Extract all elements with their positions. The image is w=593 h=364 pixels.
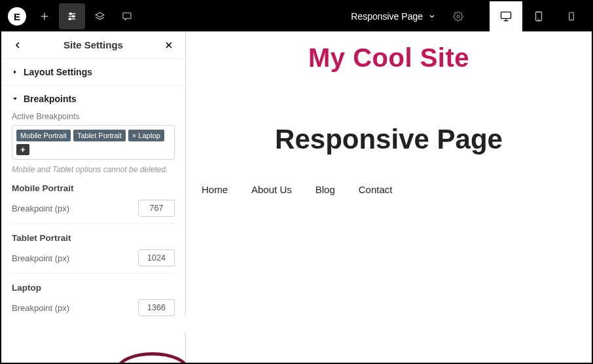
page-settings-button[interactable] — [445, 3, 471, 29]
layers-icon — [94, 11, 105, 22]
svg-marker-20 — [13, 98, 17, 100]
bp-tablet-name: Tablet Portrait — [12, 233, 175, 243]
section-layout-title: Layout Settings — [24, 67, 92, 77]
bp-laptop-label: Breakpoint (px) — [12, 303, 69, 313]
bp-mobile-portrait: Mobile Portrait Breakpoint (px) — [12, 183, 175, 224]
sliders-icon — [67, 11, 77, 22]
gear-icon — [453, 11, 463, 22]
nav-blog[interactable]: Blog — [315, 184, 335, 195]
close-button[interactable] — [162, 40, 176, 50]
add-element-button[interactable] — [31, 3, 58, 29]
tag-tablet-portrait[interactable]: Tablet Portrait — [73, 130, 126, 141]
structure-button[interactable] — [86, 3, 113, 29]
plus-icon — [39, 11, 50, 22]
sidebar-title: Site Settings — [25, 39, 162, 50]
topbar: E Responsive Page — [1, 1, 592, 31]
topbar-center: Responsive Page — [346, 3, 471, 29]
preview-canvas: My Cool Site Responsive Page Home About … — [186, 31, 592, 363]
desktop-icon — [499, 10, 512, 23]
svg-point-7 — [69, 18, 71, 20]
section-breakpoints: Breakpoints Active Breakpoints Mobile Po… — [1, 86, 185, 363]
tag-mobile-portrait[interactable]: Mobile Portrait — [16, 130, 71, 141]
bp-laptop-input[interactable] — [138, 299, 175, 316]
chevron-down-icon — [428, 12, 436, 20]
add-breakpoint-button[interactable]: + — [16, 144, 29, 155]
section-breakpoints-title: Breakpoints — [24, 94, 77, 104]
bp-tablet-portrait: Tablet Portrait Breakpoint (px) — [12, 233, 175, 274]
device-desktop[interactable] — [490, 1, 522, 31]
elementor-logo[interactable]: E — [8, 7, 26, 26]
svg-marker-19 — [14, 70, 16, 74]
active-breakpoints-box[interactable]: Mobile Portrait Tablet Portrait × Laptop… — [12, 125, 175, 160]
caret-down-icon — [12, 96, 18, 102]
bp-laptop: Laptop Breakpoint (px) — [12, 283, 175, 323]
close-icon — [164, 40, 174, 50]
device-switcher — [490, 1, 588, 31]
topbar-left: E — [5, 3, 140, 29]
preview-nav: Home About Us Blog Contact — [202, 184, 592, 195]
bp-mobile-input[interactable] — [138, 200, 175, 217]
nav-home[interactable]: Home — [202, 184, 228, 195]
app-root: E Responsive Page — [0, 0, 593, 364]
chat-icon — [122, 11, 132, 22]
bp-laptop-name: Laptop — [12, 283, 175, 293]
svg-marker-8 — [96, 12, 104, 17]
nav-contact[interactable]: Contact — [359, 184, 393, 195]
sidebar-header: Site Settings — [1, 31, 185, 59]
device-mobile[interactable] — [555, 1, 588, 31]
page-heading: Responsive Page — [186, 124, 592, 155]
nav-about[interactable]: About Us — [251, 184, 292, 195]
sidebar: Site Settings Layout Settings Breakpoint… — [1, 31, 186, 363]
active-breakpoints-label: Active Breakpoints — [12, 112, 175, 121]
page-title-dropdown[interactable]: Responsive Page — [346, 11, 441, 22]
comments-button[interactable] — [114, 3, 140, 29]
bp-mobile-name: Mobile Portrait — [12, 183, 175, 193]
svg-rect-10 — [501, 12, 511, 18]
mobile-icon — [566, 11, 577, 22]
back-button[interactable] — [10, 40, 25, 50]
tablet-icon — [533, 10, 545, 22]
tag-laptop[interactable]: × Laptop — [128, 130, 164, 141]
page-title-text: Responsive Page — [351, 11, 423, 22]
bp-mobile-label: Breakpoint (px) — [12, 204, 69, 213]
device-tablet[interactable] — [522, 1, 555, 31]
svg-point-9 — [457, 15, 459, 18]
breakpoints-note: Mobile and Tablet options cannot be dele… — [12, 165, 175, 174]
bp-tablet-input[interactable] — [138, 249, 175, 266]
caret-right-icon — [12, 69, 18, 75]
svg-point-3 — [70, 13, 72, 15]
svg-point-5 — [73, 16, 75, 18]
breakpoints-content: Active Breakpoints Mobile Portrait Table… — [12, 104, 175, 323]
main-row: Site Settings Layout Settings Breakpoint… — [1, 31, 592, 363]
site-title: My Cool Site — [186, 43, 592, 73]
section-layout-settings[interactable]: Layout Settings — [1, 59, 185, 86]
site-settings-button[interactable] — [59, 3, 85, 29]
chevron-left-icon — [12, 40, 23, 50]
bp-tablet-label: Breakpoint (px) — [12, 253, 69, 263]
section-breakpoints-header[interactable]: Breakpoints — [12, 94, 175, 104]
